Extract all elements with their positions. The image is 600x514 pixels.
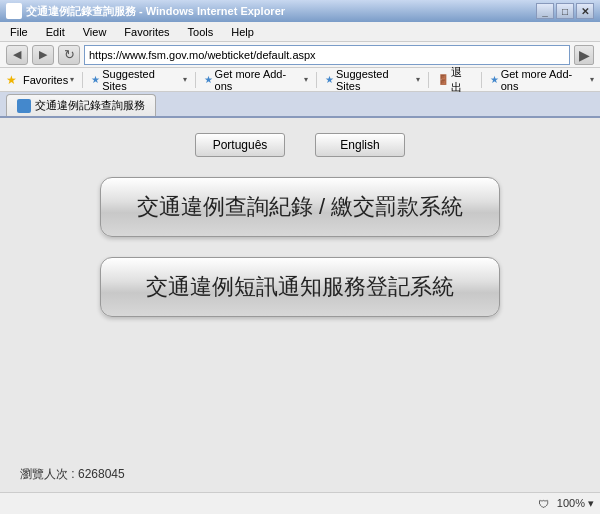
addons-icon: ★: [204, 74, 213, 85]
window-controls: _ □ ✕: [536, 3, 594, 19]
close-button[interactable]: ✕: [576, 3, 594, 19]
go-button[interactable]: ▶: [574, 45, 594, 65]
status-bar: 🛡 100% ▾: [0, 492, 600, 514]
language-buttons: Português English: [20, 128, 580, 157]
title-bar: 交通違例記錄查詢服務 - Windows Internet Explorer _…: [0, 0, 600, 22]
get-addons-button[interactable]: ★ Get more Add-ons ▾: [204, 68, 308, 92]
query-system-button[interactable]: 交通違例查詢紀錄 / 繳交罰款系統: [100, 177, 500, 237]
tab-label: 交通違例記錄查詢服務: [35, 98, 145, 113]
suggested-sites-2-dropdown-icon: ▾: [416, 75, 420, 84]
lang-portuguese-button[interactable]: Português: [195, 133, 285, 157]
suggested-sites-2-icon: ★: [325, 74, 334, 85]
tab-favicon: [17, 99, 31, 113]
protected-mode-icon: 🛡: [538, 498, 549, 510]
lang-english-button[interactable]: English: [315, 133, 405, 157]
menu-edit[interactable]: Edit: [42, 24, 69, 40]
main-buttons-container: 交通違例查詢紀錄 / 繳交罰款系統 交通違例短訊通知服務登記系統: [20, 177, 580, 317]
page-content: Português English 交通違例查詢紀錄 / 繳交罰款系統 交通違例…: [0, 118, 600, 498]
favorites-bar: ★ Favorites ▾ ★ Suggested Sites ▾ ★ Get …: [0, 68, 600, 92]
address-input[interactable]: [84, 45, 570, 65]
tab-main[interactable]: 交通違例記錄查詢服務: [6, 94, 156, 116]
window-icon: [6, 3, 22, 19]
suggested-sites-2-button[interactable]: ★ Suggested Sites ▾: [325, 68, 420, 92]
zoom-level: 100% ▾: [557, 497, 594, 510]
menu-bar: File Edit View Favorites Tools Help: [0, 22, 600, 42]
favorites-star-icon: ★: [6, 73, 17, 87]
suggested-sites-button[interactable]: ★ Suggested Sites ▾: [91, 68, 186, 92]
favorites-button[interactable]: Favorites ▾: [23, 74, 74, 86]
suggested-sites-icon: ★: [91, 74, 100, 85]
maximize-button[interactable]: □: [556, 3, 574, 19]
visitor-count: 瀏覽人次 : 6268045: [20, 466, 125, 483]
tab-bar: 交通違例記錄查詢服務: [0, 92, 600, 118]
favorites-dropdown-icon: ▾: [70, 75, 74, 84]
menu-view[interactable]: View: [79, 24, 111, 40]
menu-favorites[interactable]: Favorites: [120, 24, 173, 40]
fav-separator-3: [316, 72, 317, 88]
addons-dropdown-icon: ▾: [304, 75, 308, 84]
fav-separator-4: [428, 72, 429, 88]
menu-file[interactable]: File: [6, 24, 32, 40]
refresh-button[interactable]: ↻: [58, 45, 80, 65]
menu-help[interactable]: Help: [227, 24, 258, 40]
addons-2-icon: ★: [490, 74, 499, 85]
fav-separator-1: [82, 72, 83, 88]
exit-icon: 🚪: [437, 74, 449, 85]
forward-button[interactable]: ▶: [32, 45, 54, 65]
address-bar: ◀ ▶ ↻ ▶: [0, 42, 600, 68]
visitor-count-label: 瀏覽人次 : 6268045: [20, 467, 125, 481]
back-button[interactable]: ◀: [6, 45, 28, 65]
suggested-sites-dropdown-icon: ▾: [183, 75, 187, 84]
fav-separator-2: [195, 72, 196, 88]
fav-separator-5: [481, 72, 482, 88]
window-title: 交通違例記錄查詢服務 - Windows Internet Explorer: [26, 4, 285, 19]
exit-button[interactable]: 🚪 退出: [437, 65, 472, 95]
get-addons-2-button[interactable]: ★ Get more Add-ons ▾: [490, 68, 594, 92]
sms-registration-button[interactable]: 交通違例短訊通知服務登記系統: [100, 257, 500, 317]
menu-tools[interactable]: Tools: [184, 24, 218, 40]
minimize-button[interactable]: _: [536, 3, 554, 19]
addons-2-dropdown-icon: ▾: [590, 75, 594, 84]
